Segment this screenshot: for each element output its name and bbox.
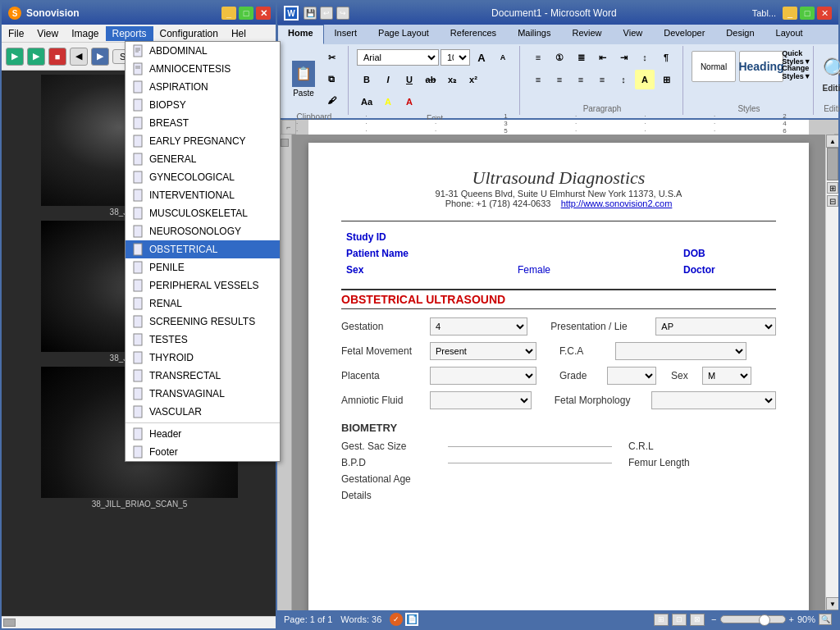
dropdown-item-vascular[interactable]: VASCULAR [126,403,280,421]
dropdown-item-transrectal[interactable]: TRANSRECTAL [126,367,280,385]
sex-select[interactable]: M [702,367,751,385]
justify-button[interactable]: ≡ [592,70,612,89]
show-formatting-button[interactable]: ¶ [656,48,676,67]
menu-view[interactable]: View [30,26,65,41]
dropdown-item-footer[interactable]: Footer [126,443,280,461]
increase-indent-button[interactable]: ⇥ [614,48,633,67]
menu-image[interactable]: Image [65,26,105,41]
word-minimize-button[interactable]: _ [783,7,797,20]
line-spacing-button[interactable]: ↕ [614,70,633,89]
strikethrough-button[interactable]: ab [421,70,441,89]
text-highlight-button[interactable]: A [378,92,398,112]
dropdown-item-transvaginal[interactable]: TRANSVAGINAL [126,385,280,403]
align-center-button[interactable]: ≡ [550,70,569,89]
align-left-button[interactable]: ≡ [528,70,548,89]
dropdown-item-amniocentesis[interactable]: AMNIOCENTESIS [126,60,280,78]
dropdown-item-abdominal[interactable]: ABDOMINAL [126,42,280,60]
bullets-button[interactable]: ≡ [528,48,548,67]
zoom-in-btn[interactable]: + [789,614,794,624]
font-name-selector[interactable]: Arial [357,49,439,66]
menu-help[interactable]: Hel [225,26,253,41]
menu-file[interactable]: File [2,26,30,41]
dropdown-item-early-pregnancy[interactable]: EARLY PREGNANCY [126,132,280,150]
find-replace-icon[interactable]: 🔍 [822,57,840,84]
fetal-movement-select[interactable]: Present [430,342,536,360]
minimize-button[interactable]: _ [221,7,236,20]
dropdown-item-interventional[interactable]: INTERVENTIONAL [126,186,280,204]
dropdown-item-musculoskeletal[interactable]: MUSCULOSKELETAL [126,204,280,222]
dropdown-item-screening-results[interactable]: SCREENING RESULTS [126,313,280,331]
subscript-button[interactable]: x₂ [442,70,462,89]
dropdown-item-testes[interactable]: TESTES [126,331,280,349]
paste-button[interactable]: 📋 Paste [287,57,320,101]
shading-button[interactable]: A [635,70,655,89]
tab-layout[interactable]: Layout [765,25,814,44]
italic-button[interactable]: I [378,70,398,89]
format-painter-button[interactable]: 🖌 [322,90,341,110]
undo-quick-btn[interactable]: ↩ [320,7,333,20]
scroll-thumb[interactable] [827,148,838,180]
tab-insert[interactable]: Insert [324,25,368,44]
tab-developer[interactable]: Developer [653,25,715,44]
superscript-button[interactable]: x² [463,70,483,89]
web-layout-btn[interactable]: ⊠ [690,614,705,626]
amniotic-select[interactable] [430,391,532,409]
dropdown-item-aspiration[interactable]: ASPIRATION [126,78,280,96]
word-maximize-button[interactable]: □ [800,7,815,20]
underline-button[interactable]: U [399,70,419,89]
quick-styles-button[interactable]: QuickStyles▼ [787,51,806,64]
numbering-button[interactable]: ① [550,48,569,67]
presentation-select[interactable]: AP [655,317,776,336]
play-button[interactable]: ▶ [6,48,24,66]
scroll-up-arrow[interactable]: ▲ [826,135,838,148]
dropdown-item-obstetrical[interactable]: OBSTETRICAL [126,240,280,258]
decrease-indent-button[interactable]: ⇤ [592,48,612,67]
dropdown-item-thyroid[interactable]: THYROID [126,349,280,367]
ruler-corner[interactable]: ⌐ [281,120,296,135]
font-color-button[interactable]: A [399,92,419,112]
dropdown-item-general[interactable]: GENERAL [126,150,280,168]
play2-button[interactable]: ▶ [27,48,45,66]
font-size-selector[interactable]: 10 [441,49,470,66]
horizontal-scrollbar[interactable] [2,616,277,628]
multilevel-list-button[interactable]: ≣ [571,48,591,67]
dropdown-item-biopsy[interactable]: BIOPSY [126,96,280,114]
bold-button[interactable]: B [357,70,377,89]
grade-select[interactable] [607,367,656,385]
word-doc-area[interactable]: Ultrasound Diagnostics 91-31 Queens Blvd… [292,135,825,610]
track-changes-icon[interactable]: 📄 [405,613,418,626]
tab-page-layout[interactable]: Page Layout [368,25,440,44]
copy-button[interactable]: ⧉ [322,69,341,89]
dropdown-item-gynecological[interactable]: GYNECOLOGICAL [126,168,280,186]
back-button[interactable]: ◀ [70,48,88,66]
zoom-out-btn[interactable]: − [711,614,716,624]
scroll-expand-btn[interactable]: ⊞ [827,182,838,194]
maximize-button[interactable]: □ [239,7,253,20]
placenta-select[interactable] [430,367,536,385]
scroll-down-arrow[interactable]: ▼ [826,597,838,610]
change-styles-button[interactable]: ChangeStyles▼ [787,66,806,79]
tab-home[interactable]: Home [277,25,324,44]
scroll-compress-btn[interactable]: ⊟ [827,195,838,207]
clear-format-button[interactable]: Aa [357,92,377,112]
save-quick-btn[interactable]: 💾 [304,7,317,20]
redo-quick-btn[interactable]: ↪ [336,7,349,20]
dropdown-item-renal[interactable]: RENAL [126,294,280,313]
close-button[interactable]: ✕ [256,7,271,20]
tab-review[interactable]: Review [561,25,612,44]
menu-reports[interactable]: Reports [106,26,153,41]
grow-font-button[interactable]: A [472,48,491,67]
fca-select[interactable] [615,342,746,360]
tab-view[interactable]: View [613,25,654,44]
cut-button[interactable]: ✂ [322,48,341,67]
dropdown-item-breast[interactable]: BREAST [126,114,280,132]
zoom-thumb[interactable] [759,614,770,626]
zoom-slider[interactable] [720,615,786,623]
dropdown-item-neurosonology[interactable]: NEUROSONOLOGY [126,222,280,240]
dropdown-item-penile[interactable]: PENILE [126,258,280,276]
fetal-morphology-select[interactable] [651,391,776,409]
stop-button[interactable]: ■ [48,48,66,66]
menu-configuration[interactable]: Configuration [153,26,225,41]
borders-button[interactable]: ⊞ [656,70,676,89]
zoom-button[interactable]: 🔍 [819,614,832,625]
